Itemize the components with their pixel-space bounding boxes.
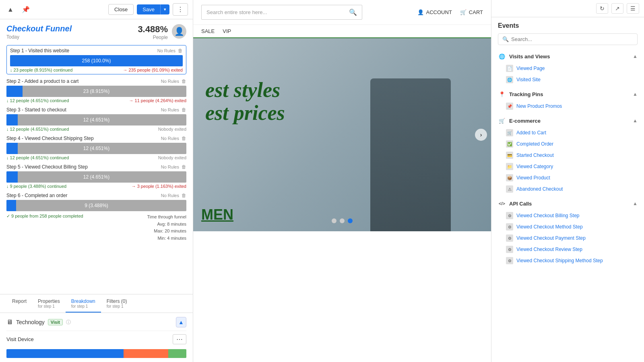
step-4-rules: No Rules 🗑 (161, 136, 186, 141)
external-link-button[interactable]: ↗ (611, 3, 623, 14)
payment-step-label: Viewed Checkout Payment Step (516, 235, 586, 241)
tracking-pins-label: Tracking Pins (509, 91, 543, 97)
tab-properties[interactable]: Properties for step 1 (32, 294, 66, 313)
event-added-to-cart[interactable]: 🛒 Added to Cart (491, 127, 644, 138)
save-dropdown-button[interactable]: ▾ (160, 4, 169, 14)
step-1-delete[interactable]: 🗑 (178, 48, 183, 53)
event-viewed-category[interactable]: 📁 Viewed Category (491, 161, 644, 172)
pin-icon-button[interactable]: 📌 (19, 4, 32, 15)
step-5-rules: No Rules 🗑 (161, 164, 186, 170)
step-4-continued: ↓ 12 people (4.651%) continued (6, 155, 69, 160)
ecommerce-title: 🛒 E-commerce (498, 117, 541, 125)
info-icon[interactable]: ⓘ (66, 319, 71, 326)
visits-views-collapse[interactable]: ▲ (633, 53, 638, 59)
toolbar: ▲ 📌 Close Save ▾ ⋮ (0, 0, 193, 19)
dot-2[interactable] (340, 218, 345, 223)
refresh-button[interactable]: ↻ (596, 3, 608, 14)
step-1-name: Step 1 - Visited this website (10, 48, 69, 53)
category-api-calls-header[interactable]: </> API Calls ▲ (491, 197, 644, 210)
category-visits-views-header[interactable]: 🌐 Visits and Views ▲ (491, 50, 644, 63)
event-viewed-review-step[interactable]: ⚙ Viewed Checkout Review Step (491, 244, 644, 255)
step-3-footer: ↓ 12 people (4.651%) continued Nobody ex… (6, 127, 186, 132)
ecommerce-collapse[interactable]: ▲ (633, 118, 638, 123)
search-icon[interactable]: 🔍 (349, 8, 357, 16)
menu-button[interactable]: ☰ (627, 3, 639, 14)
step-6-wrapper: Step 6 - Completed an order No Rules 🗑 9… (6, 190, 186, 211)
step-3-rules: No Rules 🗑 (161, 107, 186, 113)
event-abandoned-checkout[interactable]: ⚠ Abandoned Checkout (491, 183, 644, 195)
save-button[interactable]: Save (137, 4, 160, 14)
event-viewed-product[interactable]: 📦 Viewed Product (491, 172, 644, 183)
visit-badge: Visit (48, 319, 63, 325)
tracking-pins-collapse[interactable]: ▲ (633, 91, 638, 97)
nav-sale[interactable]: SALE (201, 28, 215, 34)
max-time: Max: 20 minutes (147, 228, 186, 235)
event-viewed-payment-step[interactable]: ⚙ Viewed Checkout Payment Step (491, 232, 644, 244)
method-step-label: Viewed Checkout Method Step (516, 224, 583, 230)
step-5-exited: → 3 people (1.163%) exited (132, 184, 186, 189)
api-calls-collapse[interactable]: ▲ (633, 201, 638, 206)
completion-row: ✓ 9 people from 258 people completed Tim… (6, 214, 186, 242)
dot-3[interactable] (348, 218, 353, 223)
review-step-label: Viewed Checkout Review Step (516, 247, 582, 252)
tab-breakdown-label: Breakdown (71, 298, 95, 304)
step-3-wrapper: Step 3 - Started to checkout No Rules 🗑 … (6, 105, 186, 132)
event-viewed-billing-step[interactable]: ⚙ Viewed Checkout Billing Step (491, 210, 644, 221)
event-viewed-method-step[interactable]: ⚙ Viewed Checkout Method Step (491, 221, 644, 232)
event-viewed-page[interactable]: 📄 Viewed Page (491, 63, 644, 74)
step-3-bar: 12 (4.651%) (6, 114, 186, 125)
funnel-subtitle: Today (6, 34, 72, 40)
mobile-bar (124, 349, 169, 358)
collapse-button[interactable]: ▲ (176, 317, 186, 327)
more-options-button[interactable]: ⋮ (173, 3, 188, 16)
tab-filters[interactable]: Filters (0) for step 1 (101, 294, 133, 313)
close-button[interactable]: Close (108, 4, 134, 15)
account-nav[interactable]: 👤 ACCOUNT (417, 9, 452, 15)
added-to-cart-icon: 🛒 (506, 129, 513, 136)
hero-men[interactable]: MEN (201, 206, 233, 223)
nav-vip[interactable]: VIP (223, 28, 231, 34)
step-2-bar-label: 23 (8.915%) (83, 88, 109, 94)
site-nav-links: SALE VIP (193, 25, 491, 38)
dot-1[interactable] (332, 218, 336, 223)
category-ecommerce-header[interactable]: 🛒 E-commerce ▲ (491, 114, 644, 127)
category-tracking-pins-header[interactable]: 📍 Tracking Pins ▲ (491, 88, 644, 101)
site-search-bar[interactable]: Search entire store here... 🔍 (201, 5, 362, 20)
events-search-input[interactable] (511, 36, 633, 42)
event-new-product-promos[interactable]: 📌 New Product Promos (491, 101, 644, 112)
events-panel: Events 🔍 🌐 Visits and Views ▲ 📄 Viewed P… (491, 17, 644, 362)
device-more-button[interactable]: ⋯ (173, 334, 186, 344)
step-4-wrapper: Step 4 - Viewed Checkout Shipping Step N… (6, 133, 186, 160)
api-icon: </> (498, 200, 506, 208)
step-4-delete[interactable]: 🗑 (182, 136, 186, 141)
left-panel: ▲ 📌 Close Save ▾ ⋮ Checkout Funnel Today… (0, 0, 193, 362)
step-3-delete[interactable]: 🗑 (182, 107, 186, 113)
step-5-delete[interactable]: 🗑 (182, 164, 186, 170)
cart-nav[interactable]: 🛒 CART (460, 9, 483, 15)
step-2-continued: ↓ 12 people (4.651%) continued (6, 98, 69, 103)
tab-filters-label: Filters (0) (107, 298, 127, 304)
carousel-dots (332, 218, 353, 223)
up-icon-button[interactable]: ▲ (5, 4, 16, 15)
step-1-bar-fill: 258 (100.0%) (10, 55, 183, 66)
step-1-bar: 258 (100.0%) (10, 55, 183, 66)
step-3-header: Step 3 - Started to checkout No Rules 🗑 (6, 107, 186, 113)
event-completed-order[interactable]: ✅ Completed Order (491, 138, 644, 150)
api-calls-title: </> API Calls (498, 200, 532, 208)
step-2-delete[interactable]: 🗑 (182, 78, 186, 84)
category-visits-views: 🌐 Visits and Views ▲ 📄 Viewed Page 🌐 Vis… (491, 50, 644, 85)
breakdown-title: 🖥 Technology Visit ⓘ (6, 319, 71, 326)
tab-breakdown[interactable]: Breakdown for step 1 (66, 294, 101, 313)
step-6-delete[interactable]: 🗑 (182, 193, 186, 198)
event-started-checkout[interactable]: 💳 Started Checkout (491, 150, 644, 161)
carousel-arrow-right[interactable]: › (475, 129, 487, 141)
step-6-bar-fill (6, 200, 16, 211)
step-3-nobody: Nobody exited (158, 127, 186, 132)
tab-report[interactable]: Report (6, 294, 32, 313)
step-2-rules: No Rules 🗑 (161, 78, 186, 84)
step-1-card[interactable]: Step 1 - Visited this website No Rules 🗑… (6, 45, 186, 74)
funnel-stats: 3.488% People (138, 24, 168, 40)
event-visited-site[interactable]: 🌐 Visited Site (491, 74, 644, 85)
step-1-rules: No Rules 🗑 (157, 48, 183, 53)
event-viewed-shipping-method[interactable]: ⚙ Viewed Checkout Shipping Method Step (491, 255, 644, 266)
